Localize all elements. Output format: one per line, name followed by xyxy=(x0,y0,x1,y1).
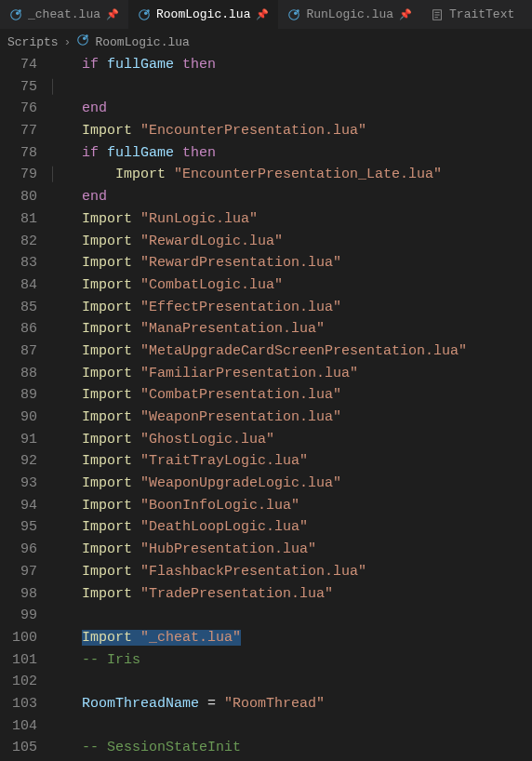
chevron-right-icon: › xyxy=(64,35,72,49)
line-number: 75 xyxy=(0,76,37,99)
line-number: 83 xyxy=(0,252,37,274)
line-number: 81 xyxy=(0,208,37,231)
line-number: 74 xyxy=(0,54,37,76)
line-number: 77 xyxy=(0,120,37,142)
code-line[interactable]: Import "HubPresentation.lua" xyxy=(48,539,532,561)
code-line[interactable]: -- Iris xyxy=(48,649,532,672)
code-line[interactable]: Import "ManaPresentation.lua" xyxy=(48,318,532,340)
line-number: 86 xyxy=(0,318,37,340)
code-line[interactable]: Import "MetaUpgradeCardScreenPresentatio… xyxy=(48,340,532,363)
file-icon xyxy=(431,8,444,21)
line-number: 102 xyxy=(0,671,37,693)
tab-label: _cheat.lua xyxy=(28,7,100,21)
svg-point-1 xyxy=(16,11,20,15)
line-number: 98 xyxy=(0,583,37,606)
pin-icon[interactable]: 📌 xyxy=(106,8,119,20)
lua-icon xyxy=(138,8,151,21)
code-line[interactable]: end xyxy=(48,186,532,208)
code-line[interactable]: Import "FlashbackPresentation.lua" xyxy=(48,561,532,583)
code-line[interactable]: Import "_cheat.lua" xyxy=(48,627,532,649)
svg-point-4 xyxy=(144,11,148,15)
code-line[interactable] xyxy=(48,671,532,693)
code-line[interactable]: │ Import "EncounterPresentation_Late.lua… xyxy=(48,164,532,186)
line-gutter: 7475767778798081828384858687888990919293… xyxy=(0,54,48,761)
line-number: 84 xyxy=(0,274,37,297)
code-line[interactable]: -- SessionStateInit xyxy=(48,737,532,759)
breadcrumb[interactable]: Scripts › RoomLogic.lua xyxy=(0,30,532,54)
line-number: 101 xyxy=(0,649,37,672)
svg-point-8 xyxy=(298,9,300,12)
code-line[interactable]: Import "RunLogic.lua" xyxy=(48,208,532,231)
line-number: 95 xyxy=(0,516,37,539)
code-editor[interactable]: 7475767778798081828384858687888990919293… xyxy=(0,54,532,761)
code-line[interactable]: Import "FamiliarPresentation.lua" xyxy=(48,363,532,385)
line-number: 105 xyxy=(0,737,37,759)
line-number: 94 xyxy=(0,495,37,517)
line-number: 88 xyxy=(0,363,37,385)
pin-icon[interactable]: 📌 xyxy=(399,8,412,20)
code-line[interactable]: if fullGame then xyxy=(48,54,532,76)
code-line[interactable]: Import "CombatPresentation.lua" xyxy=(48,384,532,407)
code-line[interactable]: Import "WeaponPresentation.lua" xyxy=(48,407,532,429)
code-line[interactable]: Import "WeaponUpgradeLogic.lua" xyxy=(48,473,532,495)
code-line[interactable]: Import "EncounterPresentation.lua" xyxy=(48,120,532,142)
svg-point-2 xyxy=(19,9,21,12)
code-line[interactable]: │ xyxy=(48,76,532,99)
line-number: 90 xyxy=(0,407,37,429)
code-line[interactable] xyxy=(48,605,532,627)
lua-icon xyxy=(76,33,89,50)
line-number: 85 xyxy=(0,297,37,319)
line-number: 92 xyxy=(0,450,37,473)
code-line[interactable]: Import "RewardPresentation.lua" xyxy=(48,252,532,274)
line-number: 87 xyxy=(0,340,37,363)
code-line[interactable]: Import "TradePresentation.lua" xyxy=(48,583,532,606)
tab-label: RoomLogic.lua xyxy=(156,7,250,21)
code-area[interactable]: if fullGame then│ end Import "EncounterP… xyxy=(48,54,532,761)
code-line[interactable]: end xyxy=(48,98,532,120)
svg-point-5 xyxy=(147,9,150,12)
svg-point-14 xyxy=(83,37,86,41)
pin-icon[interactable]: 📌 xyxy=(256,8,269,20)
svg-point-7 xyxy=(294,11,298,15)
line-number: 103 xyxy=(0,693,37,715)
line-number: 93 xyxy=(0,473,37,495)
lua-icon xyxy=(9,8,22,21)
tab-traittext[interactable]: TraitText xyxy=(421,0,524,29)
line-number: 89 xyxy=(0,384,37,407)
line-number: 91 xyxy=(0,429,37,451)
code-line[interactable]: Import "CombatLogic.lua" xyxy=(48,274,532,297)
line-number: 76 xyxy=(0,98,37,120)
lua-icon xyxy=(287,8,300,21)
code-line[interactable]: Import "TraitTrayLogic.lua" xyxy=(48,450,532,473)
line-number: 99 xyxy=(0,605,37,627)
code-line[interactable]: RoomThreadName = "RoomThread" xyxy=(48,693,532,715)
line-number: 96 xyxy=(0,539,37,561)
code-line[interactable]: Import "EffectPresentation.lua" xyxy=(48,297,532,319)
line-number: 100 xyxy=(0,627,37,649)
svg-point-15 xyxy=(86,34,88,37)
editor-tabs: _cheat.lua 📌 RoomLogic.lua 📌 RunLogic.lu… xyxy=(0,0,532,30)
tab-roomlogic[interactable]: RoomLogic.lua 📌 xyxy=(128,0,278,29)
breadcrumb-segment[interactable]: Scripts xyxy=(7,35,59,49)
line-number: 82 xyxy=(0,231,37,253)
line-number: 80 xyxy=(0,186,37,208)
line-number: 78 xyxy=(0,142,37,165)
code-line[interactable]: Import "GhostLogic.lua" xyxy=(48,429,532,451)
breadcrumb-segment[interactable]: RoomLogic.lua xyxy=(95,35,189,49)
line-number: 79 xyxy=(0,164,37,186)
tab-runlogic[interactable]: RunLogic.lua 📌 xyxy=(278,0,421,29)
line-number: 97 xyxy=(0,561,37,583)
code-line[interactable]: Import "BoonInfoLogic.lua" xyxy=(48,495,532,517)
line-number: 104 xyxy=(0,715,37,738)
code-line[interactable] xyxy=(48,715,532,738)
code-line[interactable]: if fullGame then xyxy=(48,142,532,165)
tab-label: RunLogic.lua xyxy=(306,7,393,21)
tab-cheat[interactable]: _cheat.lua 📌 xyxy=(0,0,128,29)
code-line[interactable]: Import "RewardLogic.lua" xyxy=(48,231,532,253)
tab-label: TraitText xyxy=(449,7,514,21)
code-line[interactable]: Import "DeathLoopLogic.lua" xyxy=(48,516,532,539)
